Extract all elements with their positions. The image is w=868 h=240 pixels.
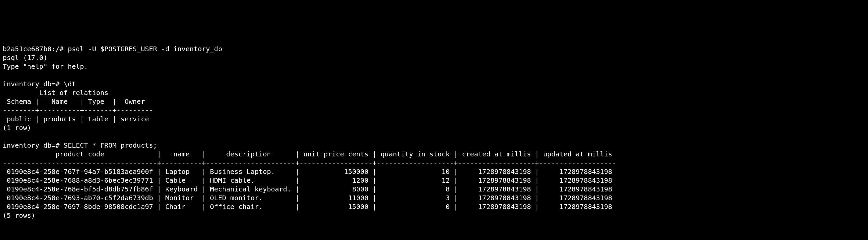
products-separator: --------------------------------------+-…: [3, 159, 616, 167]
relations-title: List of relations: [3, 89, 108, 97]
relations-count: (1 row): [3, 124, 31, 132]
psql-select-command: inventory_db=# SELECT * FROM products;: [3, 141, 157, 149]
table-row: 0190e8c4-258e-767f-94a7-b5183aea900f | L…: [3, 168, 612, 176]
table-row: 0190e8c4-258e-7693-ab70-c5f2da6739db | M…: [3, 194, 612, 202]
table-row: 0190e8c4-258e-7697-8bde-98508cde1a97 | C…: [3, 203, 612, 211]
table-row: 0190e8c4-258e-7688-a8d3-6bec3ec39771 | C…: [3, 176, 612, 184]
products-header: product_code | name | description | unit…: [3, 150, 616, 158]
terminal-output[interactable]: b2a51ce687b8:/# psql -U $POSTGRES_USER -…: [3, 36, 865, 229]
products-count: (5 rows): [3, 211, 35, 219]
psql-version-line: psql (17.0): [3, 54, 47, 62]
psql-dt-command: inventory_db=# \dt: [3, 80, 76, 88]
psql-help-hint: Type "help" for help.: [3, 62, 88, 70]
relations-header: Schema | Name | Type | Owner: [3, 97, 153, 106]
shell-command-line: b2a51ce687b8:/# psql -U $POSTGRES_USER -…: [3, 45, 222, 53]
relations-separator: --------+----------+-------+---------: [3, 106, 153, 114]
table-row: 0190e8c4-258e-768e-bf5d-d8db757fb86f | K…: [3, 185, 612, 193]
relations-row: public | products | table | service: [3, 115, 149, 123]
